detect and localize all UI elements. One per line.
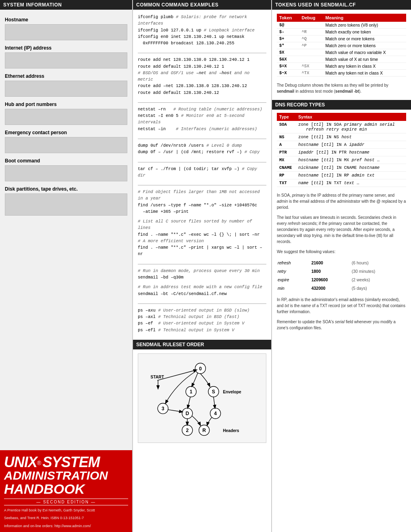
code-line: ps –efl # Technical output in System V — [138, 328, 234, 332]
contact-box — [5, 137, 127, 153]
line-1-d — [187, 397, 190, 408]
table-row: $* ^P Match zero or more tokens — [277, 42, 406, 49]
dns-type-cell: RP — [277, 172, 296, 179]
code-line: route add default 128.130.240.12 1 — [138, 64, 224, 69]
middle-column: COMMON COMMAND EXAMPLES ifconfig plumb #… — [133, 0, 272, 532]
left-column: SYSTEM INFORMATION Hostname Internet (IP… — [0, 0, 133, 532]
code-line: find /users –type f –name "*.o" –size +1… — [138, 203, 257, 208]
line-d-r — [192, 416, 200, 425]
node-d-label: D — [185, 411, 189, 416]
code-line: ps –ef # User-oriented output in System … — [138, 321, 245, 326]
dns-syntax-cell: hostname [ttl] IN RP admin txt — [296, 172, 406, 179]
line-3-d — [168, 409, 182, 412]
suggested-paren: (30 minutes) — [352, 268, 405, 275]
code-line: find . –name "**.c" –print | xargs wc –l… — [138, 245, 262, 256]
dns-syntax-cell: zone [ttl] IN SOA primary admin serial r… — [296, 121, 406, 133]
ruleset-header: SENDMAIL RULESET ORDER — [133, 340, 271, 349]
code-line: ps –axu # User-oriented output in BSD (s… — [138, 308, 249, 313]
dns-col-type: Type — [277, 113, 296, 121]
debug-cell: ^Q — [299, 35, 323, 42]
code-line: route add default 128.130.240.12 — [138, 90, 219, 95]
suggested-values-table: refresh 21600 (6 hours) retry 1800 (30 m… — [277, 258, 406, 293]
left-header: SYSTEM INFORMATION — [0, 0, 132, 10]
meaning-cell: Match exactly one token — [323, 29, 406, 35]
debug-cell — [299, 49, 323, 56]
line-4-r — [207, 418, 212, 426]
code-line: netstat –rn # Routing table (numeric add… — [138, 107, 262, 112]
tokens-table: Token Debug Meaning $@ Match zero tokens… — [277, 14, 406, 77]
ip-label: Internet (IP) address — [5, 45, 127, 51]
disk-label: Disk partitions, tape drives, etc. — [5, 186, 127, 192]
code-comment: # Run in daemon mode, process queue ever… — [138, 268, 259, 273]
line-0-s — [200, 374, 210, 387]
debug-cell: ^SX — [299, 63, 323, 70]
code-line: sendmail –bd –q30m — [138, 275, 183, 280]
ruleset-diagram-area: START 0 Envelope S 1 — [138, 353, 266, 443]
dns-syntax-cell: name [ttl] IN TXT text … — [296, 179, 406, 187]
token-cell: $~X — [277, 70, 299, 77]
suggested-value: 1800 — [311, 268, 351, 275]
hostname-box — [5, 24, 127, 40]
dns-syntax-cell: ipaddr [ttl] IN PTR hostname — [296, 149, 406, 156]
node-2-label: 2 — [186, 428, 189, 433]
start-label: START — [150, 375, 164, 379]
suggested-value: 21600 — [311, 259, 351, 267]
code-comment: # BSD/OS and OSF/1 use –net and –host an… — [138, 71, 249, 82]
book-edition: — SECOND EDITION — — [4, 499, 128, 505]
middle-header: COMMON COMMAND EXAMPLES — [133, 0, 271, 10]
ethernet-box — [5, 81, 127, 97]
rp-note: In RP, admin is the administrator's emai… — [277, 297, 406, 315]
disk-box — [5, 193, 127, 216]
code-line: dump 0uf /dev/nrst0 /users # Level 0 dum… — [138, 143, 242, 148]
code-find1: # Find object files larger than 1MB not … — [138, 189, 266, 215]
node-0-label: 0 — [199, 366, 201, 372]
ip-box — [5, 52, 127, 69]
code-find2: # List all C source files sorted by numb… — [138, 218, 266, 258]
suggested-label: expire — [278, 276, 311, 284]
node-1-label: 1 — [189, 389, 192, 395]
suggested-value: 432000 — [311, 285, 351, 292]
contact-label: Emergency contact person — [5, 130, 127, 135]
table-row: $X Match value of macro variable X — [277, 49, 406, 56]
dns-type-cell: PTR — [277, 149, 296, 156]
code-comment: # Run in address test mode with a new co… — [138, 285, 262, 289]
ruleset-section: SENDMAIL RULESET ORDER START 0 Envelope — [138, 340, 266, 443]
suggested-paren: (5 days) — [352, 285, 405, 292]
table-row: SOA zone [ttl] IN SOA primary admin seri… — [277, 121, 406, 133]
right-column: TOKENS USED IN SENDMAIL.CF Token Debug M… — [272, 0, 411, 532]
dns-type-cell: MX — [277, 156, 296, 164]
hub-label: Hub and port numbers — [5, 102, 127, 107]
suggested-label: min — [278, 285, 311, 292]
table-row: $@ Match zero tokens (V8 only) — [277, 22, 406, 29]
node-4-label: 4 — [214, 411, 217, 416]
suggested-label: refresh — [278, 259, 311, 267]
debug-cell — [299, 56, 323, 63]
code-dump: dump 0uf /dev/nrst0 /users # Level 0 dum… — [138, 142, 266, 156]
token-cell: $+ — [277, 35, 299, 42]
code-line: 0xFFFFFF00 broadcast 128.130.240.255 — [138, 41, 234, 46]
right-header: TOKENS USED IN SENDMAIL.CF — [272, 0, 411, 10]
table-row: A hostname [ttl] IN A ipaddr — [277, 141, 406, 149]
table-row: MX hostname [ttl] IN MX pref host … — [277, 156, 406, 164]
dns-syntax-cell: hostname [ttl] IN MX pref host … — [296, 156, 406, 164]
code-tar: tar cf – ./from | (cd todir; tar xvfp –)… — [138, 166, 266, 179]
hub-box — [5, 109, 127, 125]
dns-type-cell: A — [277, 141, 296, 149]
dns-type-cell: TXT — [277, 179, 296, 187]
token-cell: $@ — [277, 22, 299, 29]
meaning-cell: Match value of macro variable X — [323, 49, 406, 56]
code-comment: # A more efficient version — [138, 239, 204, 243]
code-line: netstat –in # Interfaces (numeric addres… — [138, 127, 257, 131]
dns-syntax-cell: zone [ttl] IN NS host — [296, 133, 406, 141]
token-cell: $* — [277, 42, 299, 49]
code-sendmail1: # Run in daemon mode, process queue ever… — [138, 268, 266, 281]
code-route: route add net 128.130.138.0 128.130.240.… — [138, 56, 266, 96]
code-comment: # List all C source files sorted by numb… — [138, 219, 252, 230]
line-s-4 — [213, 397, 215, 408]
meaning-cell: Match one or more tokens — [323, 35, 406, 42]
token-cell: $X — [277, 49, 299, 56]
code-line: find . –name "**.c" –exec wc –l {} \; | … — [138, 232, 259, 237]
token-cell: $=X — [277, 63, 299, 70]
dns-type-cell: CNAME — [277, 164, 296, 172]
book-handbook: HANDBOOK — [4, 482, 128, 497]
